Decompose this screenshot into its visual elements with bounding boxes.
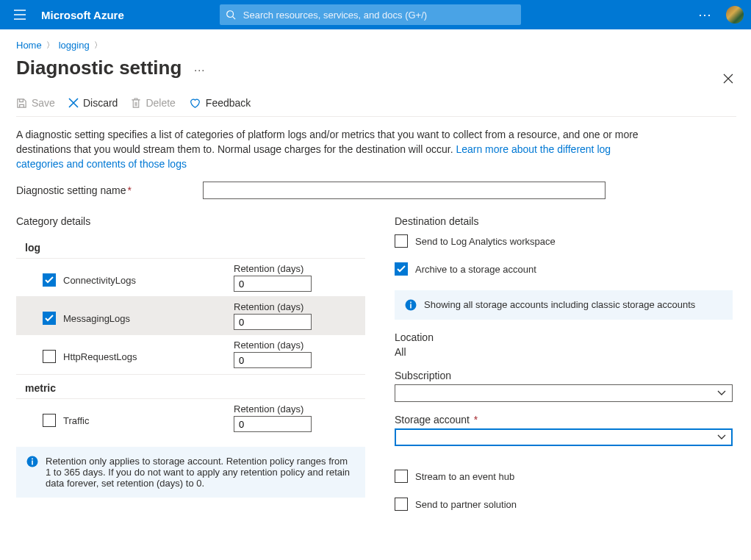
setting-name-input[interactable] [203,182,606,199]
category-label: MessagingLogs [63,313,130,324]
retention-input-traffic[interactable] [234,416,312,432]
dest-partner-row: Send to partner solution [395,498,736,511]
subscription-select[interactable] [395,384,733,402]
checkbox-traffic[interactable] [43,414,56,427]
retention-info: Retention only applies to storage accoun… [16,447,365,498]
chevron-down-icon [717,434,726,440]
location-label: Location [395,331,736,343]
page-title: Diagnostic setting [16,57,182,79]
metric-row-traffic: Traffic Retention (days) [16,398,365,437]
dest-log-analytics-row: Send to Log Analytics workspace [395,234,736,248]
checkbox-eventhub[interactable] [395,470,408,483]
checkbox-storage[interactable] [395,262,408,276]
dest-storage-row: Archive to a storage account [395,262,736,276]
location-value: All [395,346,736,358]
info-icon [26,456,38,467]
save-icon [16,98,27,109]
category-row-messaginglogs: MessagingLogs Retention (days) [16,296,365,334]
storage-account-label: Storage account * [395,414,736,426]
page-actions-more[interactable]: … [193,64,206,71]
more-actions[interactable]: ⋯ [698,7,713,23]
category-details-heading: Category details [16,215,365,227]
discard-button[interactable]: Discard [68,97,118,109]
checkbox-connectivitylogs[interactable] [43,273,56,287]
setting-name-label: Diagnostic setting name* [16,184,203,196]
dest-eventhub-row: Stream to an event hub [395,470,736,483]
retention-input-messaginglogs[interactable] [234,314,312,330]
retention-label: Retention (days) [234,263,312,274]
storage-info: Showing all storage accounts including c… [395,290,733,320]
chevron-down-icon [717,390,726,396]
brand: Microsoft Azure [32,9,154,21]
retention-label: Retention (days) [234,403,312,414]
avatar[interactable] [726,6,744,24]
breadcrumb-home[interactable]: Home [16,40,42,51]
dest-label: Stream to an event hub [415,471,514,482]
save-button[interactable]: Save [16,97,55,109]
dest-label: Archive to a storage account [415,264,536,275]
chevron-right-icon: 〉 [94,40,102,51]
global-search[interactable] [220,4,521,25]
destination-details-heading: Destination details [395,215,736,227]
category-label: HttpRequestLogs [63,351,137,362]
subscription-label: Subscription [395,370,736,381]
top-bar: Microsoft Azure ⋯ [0,0,751,29]
svg-rect-3 [32,459,33,460]
checkbox-httprequestlogs[interactable] [43,350,56,363]
chevron-right-icon: 〉 [46,40,54,51]
search-icon [226,10,236,20]
close-button[interactable] [723,73,733,87]
hamburger-icon [14,10,26,20]
metric-heading: metric [16,375,365,398]
log-heading: log [16,234,365,258]
svg-rect-5 [410,304,412,309]
storage-account-select[interactable] [395,428,733,446]
info-icon [405,299,417,311]
svg-rect-6 [410,302,412,304]
close-icon [723,73,733,84]
retention-input-httprequestlogs[interactable] [234,352,312,368]
description: A diagnostic setting specifies a list of… [16,127,648,171]
breadcrumb-logging[interactable]: logging [59,40,90,51]
category-label: ConnectivityLogs [63,275,136,286]
checkbox-messaginglogs[interactable] [43,312,56,325]
search-input[interactable] [242,9,515,21]
retention-input-connectivitylogs[interactable] [234,276,312,292]
delete-icon [131,98,141,109]
hamburger-menu[interactable] [7,0,32,29]
breadcrumb: Home 〉 logging 〉 [16,40,736,51]
svg-point-0 [227,11,234,18]
command-bar: Save Discard Delete Feedback [16,97,736,117]
retention-label: Retention (days) [234,301,312,312]
delete-button[interactable]: Delete [131,97,175,109]
dest-label: Send to Log Analytics workspace [415,236,556,247]
svg-rect-2 [32,461,33,465]
checkbox-log-analytics[interactable] [395,234,408,248]
category-row-connectivitylogs: ConnectivityLogs Retention (days) [16,258,365,296]
checkbox-partner[interactable] [395,498,408,511]
feedback-icon [189,98,201,109]
discard-icon [68,98,79,108]
dest-label: Send to partner solution [415,499,517,510]
category-row-httprequestlogs: HttpRequestLogs Retention (days) [16,334,365,373]
metric-label: Traffic [63,415,89,426]
feedback-button[interactable]: Feedback [189,97,251,109]
retention-label: Retention (days) [234,340,312,351]
